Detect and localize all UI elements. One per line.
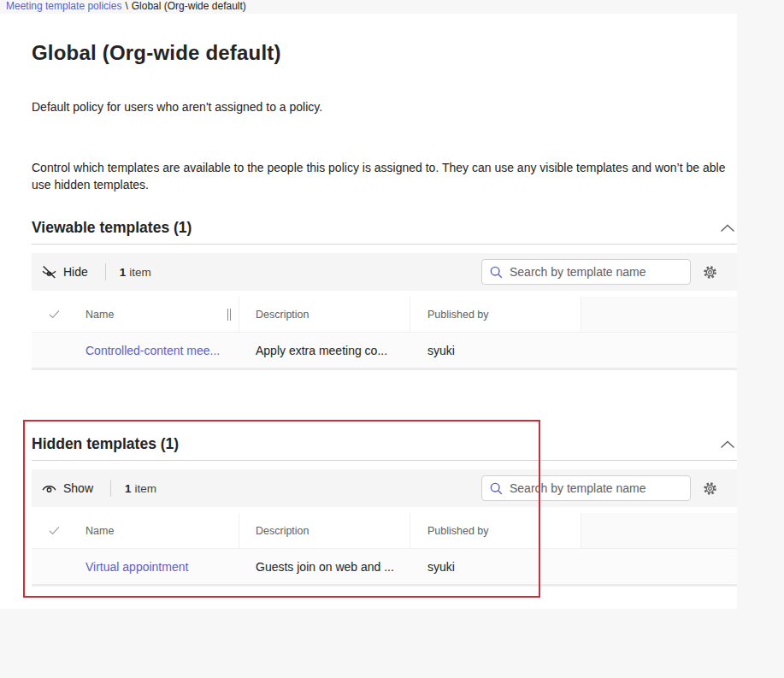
select-all-checkbox[interactable] — [32, 513, 77, 548]
item-count-unit: item — [135, 482, 157, 495]
viewable-table-header: Name Description Published by — [32, 297, 737, 333]
column-header-description-label: Description — [256, 309, 309, 321]
template-published-by: syuki — [427, 344, 455, 357]
chevron-up-icon — [720, 223, 735, 233]
column-header-description[interactable]: Description — [239, 297, 410, 332]
item-count-unit: item — [129, 266, 151, 279]
template-description: Guests join on web and ... — [256, 560, 394, 574]
page-description-line1: Control which templates are available to… — [32, 159, 746, 176]
gear-icon — [702, 264, 718, 280]
hidden-search-box — [481, 475, 691, 501]
column-header-published-by[interactable]: Published by — [410, 513, 581, 548]
hidden-table-header: Name Description Published by — [32, 513, 737, 549]
hidden-collapse-button[interactable] — [718, 438, 737, 451]
hidden-section-titlebar: Hidden templates (1) — [32, 428, 737, 461]
select-all-checkbox[interactable] — [32, 297, 77, 332]
eye-icon — [41, 480, 57, 497]
page-description: Control which templates are available to… — [32, 159, 746, 193]
viewable-templates-table: Name Description Published by Controlled… — [32, 297, 737, 370]
toolbar-divider — [105, 263, 106, 280]
hidden-item-count: 1item — [125, 482, 156, 495]
viewable-toolbar: Hide 1item — [32, 253, 737, 291]
gear-icon — [702, 480, 718, 497]
column-header-published-by[interactable]: Published by — [410, 297, 581, 332]
viewable-collapse-button[interactable] — [718, 221, 737, 235]
page-title: Global (Org-wide default) — [32, 41, 281, 65]
column-header-name-label: Name — [85, 525, 114, 537]
show-button[interactable]: Show — [41, 480, 93, 497]
template-description: Apply extra meeting co... — [256, 344, 387, 357]
viewable-section-titlebar: Viewable templates (1) — [32, 212, 737, 245]
viewable-search-box — [481, 259, 691, 285]
column-header-filler — [581, 513, 737, 548]
search-icon — [489, 481, 504, 496]
column-header-filler — [581, 297, 737, 332]
hidden-toolbar: Show 1item — [32, 469, 737, 507]
check-icon — [49, 310, 60, 319]
toolbar-divider — [110, 480, 111, 497]
hide-button-label: Hide — [63, 265, 88, 279]
hidden-settings-button[interactable] — [702, 480, 718, 497]
template-published-by: syuki — [427, 560, 455, 574]
row-checkbox[interactable] — [32, 549, 77, 584]
template-name-link[interactable]: Virtual appointment — [85, 560, 188, 574]
column-header-description-label: Description — [256, 525, 309, 537]
column-header-name[interactable]: Name — [77, 297, 239, 332]
breadcrumb: Meeting template policies\Global (Org-wi… — [6, 0, 246, 14]
column-header-name-label: Name — [85, 309, 114, 321]
check-icon — [49, 526, 60, 535]
viewable-settings-button[interactable] — [702, 264, 718, 280]
item-count-number: 1 — [125, 482, 132, 495]
column-header-published-by-label: Published by — [427, 309, 489, 321]
section-hidden-templates: Hidden templates (1) Show 1item — [32, 428, 737, 587]
show-button-label: Show — [63, 481, 93, 495]
column-resize-handle[interactable] — [227, 309, 231, 321]
column-header-description[interactable]: Description — [239, 513, 410, 548]
section-viewable-templates: Viewable templates (1) Hide — [32, 212, 737, 370]
hidden-templates-table: Name Description Published by Virtual ap… — [32, 513, 737, 587]
viewable-section-title: Viewable templates (1) — [32, 219, 192, 237]
breadcrumb-separator: \ — [121, 0, 131, 12]
chevron-up-icon — [720, 439, 735, 450]
viewable-search-input[interactable] — [510, 265, 683, 279]
eye-off-icon — [41, 264, 57, 280]
viewable-item-count: 1item — [120, 266, 151, 279]
breadcrumb-parent-link[interactable]: Meeting template policies — [6, 0, 121, 12]
column-header-name[interactable]: Name — [77, 513, 239, 548]
breadcrumb-current: Global (Org-wide default) — [132, 0, 246, 12]
column-header-published-by-label: Published by — [427, 525, 489, 537]
table-row[interactable]: Controlled-content mee... Apply extra me… — [32, 333, 737, 370]
hidden-section-title: Hidden templates (1) — [32, 435, 179, 453]
item-count-number: 1 — [120, 266, 127, 279]
template-name-link[interactable]: Controlled-content mee... — [85, 344, 220, 357]
row-checkbox[interactable] — [32, 333, 77, 368]
search-icon — [489, 265, 504, 280]
table-row[interactable]: Virtual appointment Guests join on web a… — [32, 549, 737, 587]
hidden-search-input[interactable] — [510, 481, 683, 495]
hide-button[interactable]: Hide — [41, 264, 88, 280]
page-description-line2: use hidden templates. — [32, 176, 746, 193]
meeting-template-policy-page: Meeting template policies\Global (Org-wi… — [0, 0, 784, 678]
page-subtitle: Default policy for users who aren't assi… — [32, 100, 322, 114]
